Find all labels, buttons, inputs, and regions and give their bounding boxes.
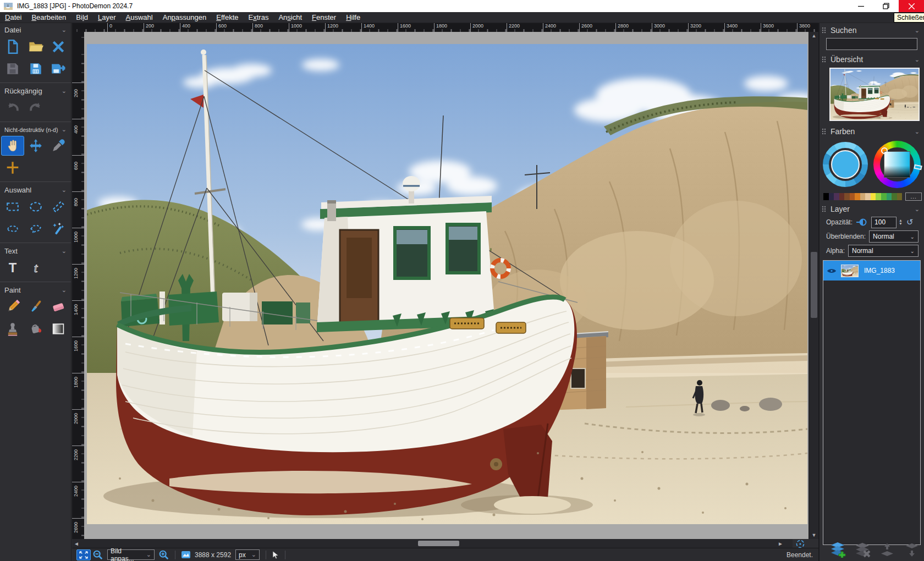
menu-item-datei[interactable]: Datei [0,12,26,23]
menu-item-auswahl[interactable]: Auswahl [121,12,158,23]
chevron-down-icon[interactable]: ⌄ [62,186,67,194]
chevron-down-icon[interactable]: ⌄ [62,126,67,133]
menu-item-fenster[interactable]: Fenster [307,12,341,23]
color-variants-wheel[interactable] [823,142,868,187]
menu-item-anpassungen[interactable]: Anpassungen [158,12,212,23]
menu-item-bild[interactable]: Bild [71,12,93,23]
lower-layer-button[interactable] [900,541,924,559]
color-swatch-14[interactable] [897,193,903,200]
color-swatch-12[interactable] [887,193,892,200]
drag-handle-icon[interactable] [822,128,826,135]
fill-tool[interactable] [24,319,47,339]
save-as-button[interactable] [24,59,47,79]
export-button[interactable] [47,59,70,79]
opacity-spinner[interactable]: ▲▼ [899,219,903,226]
raise-layer-button[interactable] [875,541,900,559]
redo-button[interactable] [24,98,47,118]
chevron-down-icon[interactable]: ⌄ [62,87,67,95]
menu-item-ansicht[interactable]: Ansicht [273,12,307,23]
restore-button[interactable] [873,0,899,12]
zoom-out-button[interactable] [92,549,103,560]
color-picker-tool[interactable] [47,136,70,156]
chevron-down-icon[interactable]: ⌄ [915,27,920,34]
menu-item-layer[interactable]: Layer [93,12,121,23]
color-swatch-11[interactable] [881,193,887,200]
chevron-down-icon[interactable]: ⌄ [62,248,67,255]
image-canvas[interactable] [84,32,809,539]
unit-dropdown[interactable]: px⌄ [235,549,260,560]
horizontal-scrollbar[interactable]: ◄ ► [72,539,793,548]
drag-handle-icon[interactable] [822,27,826,34]
menu-item-bearbeiten[interactable]: Bearbeiten [26,12,71,23]
drag-handle-icon[interactable] [822,206,826,212]
color-swatch-6[interactable] [855,193,860,200]
zoom-in-button[interactable] [158,549,169,560]
advanced-text-tool[interactable]: t [24,258,47,278]
alpha-mode-dropdown[interactable]: Normal⌄ [848,245,919,257]
color-swatch-3[interactable] [839,193,845,200]
close-button[interactable] [899,0,924,12]
search-panel-header[interactable]: Suchen ⌄ [820,24,924,36]
color-swatch-0[interactable] [823,193,829,200]
drag-handle-icon[interactable] [822,56,826,63]
overview-panel-header[interactable]: Übersicht ⌄ [820,53,924,65]
zoom-mode-dropdown[interactable]: Bild anpas...⌄ [107,549,155,560]
select-polygon-tool[interactable] [24,219,47,239]
color-swatch-4[interactable] [844,193,850,200]
add-layer-button[interactable] [826,541,851,559]
color-swatch-1[interactable] [829,193,834,200]
delete-layer-button[interactable] [851,541,876,559]
section-header-nd-tools[interactable]: Nicht-destruktiv (n-d)⌄ [0,123,71,135]
color-swatch-13[interactable] [892,193,897,200]
current-color-swatch[interactable] [831,150,860,179]
colors-panel-header[interactable]: Farben ⌄ [820,125,924,138]
section-header-datei[interactable]: Datei⌄ [0,23,71,36]
measure-tool[interactable] [1,158,24,178]
chevron-down-icon[interactable]: ⌄ [915,128,920,135]
vertical-scrollbar[interactable]: ▲ ▼ [809,32,818,539]
new-image-button[interactable] [1,37,24,57]
select-lasso-tool[interactable] [1,219,24,239]
more-swatches-button[interactable]: ... [905,193,922,201]
color-swatch-2[interactable] [834,193,839,200]
opacity-reset-icon[interactable]: ↺ [906,217,914,227]
scroll-down-icon[interactable]: ▼ [809,531,819,539]
menu-item-hilfe[interactable]: Hilfe [341,12,365,23]
search-input[interactable] [826,38,917,50]
eraser-tool[interactable] [47,297,70,317]
text-tool[interactable]: T [1,258,24,278]
chevron-down-icon[interactable]: ⌄ [62,287,67,294]
select-line-tool[interactable] [47,197,70,217]
open-image-button[interactable] [24,37,47,57]
color-swatch-5[interactable] [850,193,855,200]
magic-wand-tool[interactable] [47,219,70,239]
minimize-button[interactable] [848,0,873,12]
layer-row-img-1883[interactable]: IMG_1883 [823,261,920,280]
section-header-text[interactable]: Text⌄ [0,244,71,257]
opacity-input[interactable] [871,217,897,228]
chevron-down-icon[interactable]: ⌄ [915,206,920,213]
section-header-auswahl[interactable]: Auswahl⌄ [0,183,71,196]
menu-item-effekte[interactable]: Effekte [211,12,243,23]
horizontal-scroll-thumb[interactable] [418,541,459,546]
fit-image-button[interactable] [76,549,91,560]
menu-item-extras[interactable]: Extras [244,12,274,23]
layer-visibility-eye-icon[interactable] [827,267,837,274]
hand-tool[interactable] [1,136,24,156]
opacity-slider[interactable] [856,218,868,226]
clone-stamp-tool[interactable] [1,319,24,339]
undo-button[interactable] [1,98,24,118]
pencil-tool[interactable] [1,297,24,317]
overview-thumbnail[interactable] [829,68,920,121]
blend-mode-dropdown[interactable]: Normal⌄ [869,230,919,243]
chevron-down-icon[interactable]: ⌄ [915,56,920,63]
scroll-up-icon[interactable]: ▲ [809,32,819,40]
saturation-square[interactable] [884,151,910,178]
color-swatch-7[interactable] [860,193,866,200]
color-swatch-8[interactable] [865,193,871,200]
layer-panel-header[interactable]: Layer ⌄ [820,203,924,215]
section-header-paint[interactable]: Paint⌄ [0,283,71,296]
chevron-down-icon[interactable]: ⌄ [62,26,67,34]
vertical-scroll-thumb[interactable] [811,252,817,318]
save-button[interactable] [1,59,24,79]
